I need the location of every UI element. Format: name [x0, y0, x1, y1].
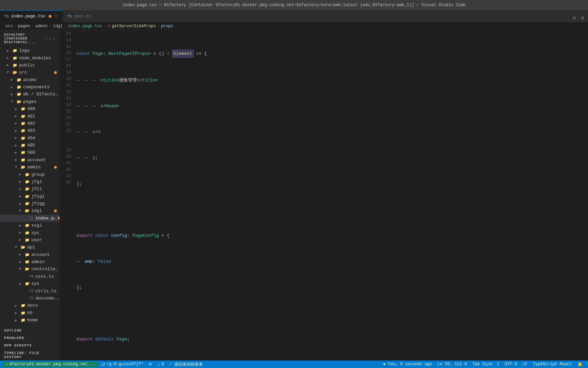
breadcrumb-src[interactable]: src [5, 24, 13, 29]
sidebar-item-jfzgl[interactable]: ▶ 📁 jfzgl [0, 193, 60, 200]
status-git-branch[interactable]: ⎇ rg-6-gxsssdfjf* [98, 362, 146, 367]
status-left: ⌁ dfactory01-docker.pkg.coding.net... ⎇ … [3, 362, 206, 367]
sidebar-item-404[interactable]: ▶ 📁 404 [0, 135, 60, 142]
sidebar-item-admin-api[interactable]: ▶ 📁 admin [0, 258, 60, 265]
errors-icon: ⚠ [158, 362, 160, 367]
status-sync[interactable]: ⟳ [146, 362, 155, 367]
sidebar-item-api[interactable]: ▼ 📂 api [0, 244, 60, 251]
sidebar-item-sys-api[interactable]: ▶ 📁 sys [0, 280, 60, 287]
tab-index-label: index.page.tsx [11, 14, 45, 19]
section-timeline[interactable]: TIMELINE: FILE HISTORY [0, 349, 60, 361]
sidebar-item-jfgl[interactable]: ▶ 📁 jfgl [0, 178, 60, 185]
folder-open-icon: 📂 [16, 99, 22, 104]
section-npm-scripts[interactable]: NPM SCRIPTS [0, 341, 60, 349]
tab-bar-right: ⊟ ⊞ [571, 14, 588, 22]
sidebar-item-db[interactable]: ▶ 📁 db / 01factory [0, 91, 60, 98]
section-outline[interactable]: OUTLINE [0, 326, 60, 334]
breadcrumb-prop[interactable]: props [161, 24, 173, 29]
arrow-down-icon: ▼ [19, 267, 24, 271]
arrow-icon: ▶ [15, 304, 20, 308]
arrow-icon: ▶ [15, 107, 20, 111]
breadcrumb-func[interactable]: getServerSideProps [112, 24, 156, 29]
cursor-pos-text: Ln 35, Col 6 [438, 362, 467, 367]
sidebar-item-controllers[interactable]: ▼ 📂 controllers [0, 265, 60, 273]
sidebar-item-sys-admin[interactable]: ▶ 📁 sys [0, 229, 60, 236]
breadcrumb-admin[interactable]: admin [35, 24, 48, 29]
arrow-icon: ▶ [19, 224, 24, 228]
sidebar-item-403[interactable]: ▶ 📁 403 [0, 127, 60, 134]
sidebar-item-home[interactable]: ▶ 📁 home [0, 317, 60, 324]
sidebar-item-ctrls-ts[interactable]: TS ctrls.ts [0, 287, 60, 294]
sidebar-item-group[interactable]: ▶ 📁 group [0, 171, 60, 178]
status-you-text: ● You, 6 seconds ago [383, 362, 432, 367]
sidebar-item-index-page[interactable]: ⬡ index.page.tsx [0, 215, 60, 222]
status-encoding[interactable]: UTF-8 [502, 362, 520, 367]
main-area: 01FACTORY [CONTAINER DFACTORY01-... ··· … [0, 30, 588, 361]
folder-icon: 📁 [24, 252, 30, 257]
section-problems[interactable]: PROBLEMS [0, 334, 60, 341]
sidebar-item-account-api[interactable]: ▶ 📁 account [0, 251, 60, 258]
sidebar-options-icon[interactable]: ··· [45, 36, 55, 42]
status-tab-size[interactable]: Tab Size: 2 [470, 362, 502, 367]
status-notifications[interactable]: 🔔 [575, 362, 585, 367]
editor[interactable]: 10 14 15 16 17 18 19 20 21 22 23 24 25 2… [60, 30, 588, 361]
split-editor-icon[interactable]: ⊟ [571, 14, 577, 22]
sidebar-item-account[interactable]: ▶ 📁 account [0, 156, 60, 164]
breadcrumb-ldgl[interactable]: ldgl [53, 24, 63, 29]
sidebar-item-atoms[interactable]: ▶ 📁 atoms [0, 76, 60, 83]
arrow-icon: ▶ [15, 311, 20, 315]
sidebar-item-500[interactable]: ▶ 📁 500 [0, 149, 60, 156]
status-you[interactable]: ● You, 6 seconds ago [380, 362, 435, 367]
sidebar: 01FACTORY [CONTAINER DFACTORY01-... ··· … [0, 30, 60, 361]
arrow-icon: ▶ [15, 143, 20, 148]
sidebar-item-402[interactable]: ▶ 📁 402 [0, 120, 60, 127]
editor-layout-icon[interactable]: ⊞ [580, 14, 585, 22]
arrow-icon: ▶ [15, 121, 20, 125]
breadcrumb-pages[interactable]: pages [18, 24, 30, 29]
code-line-21: → amp: false [77, 258, 581, 265]
sidebar-item-doccode-api-ts[interactable]: TS doccode.api.ts [0, 295, 60, 302]
sidebar-item-jfzgg[interactable]: ▶ 📁 jfzgg [0, 200, 60, 207]
tab-close-button[interactable]: × [53, 14, 59, 19]
notification-bell-icon: 🔔 [577, 362, 583, 367]
breadcrumb-file[interactable]: index.page.tsx [68, 24, 102, 29]
folder-icon: 📁 [20, 303, 26, 308]
arrow-icon: ▶ [19, 202, 24, 206]
sidebar-item-user[interactable]: ▶ 📁 user [0, 236, 60, 244]
status-language[interactable]: TypeScript React [530, 362, 575, 367]
sidebar-item-jfti[interactable]: ▶ 📁 jfti [0, 185, 60, 193]
folder-icon: 📁 [20, 113, 26, 119]
tab-index-page[interactable]: TS index.page.tsx × [0, 10, 63, 22]
sidebar-item-h5[interactable]: ▶ 📁 h5 [0, 309, 60, 317]
sidebar-item-public[interactable]: ▶ 📁 public [0, 62, 60, 69]
sidebar-item-admin[interactable]: ▼ 📂 admin [0, 164, 60, 171]
sidebar-item-ssgl[interactable]: ▶ 📁 ssgl [0, 222, 60, 229]
sidebar-item-401[interactable]: ▶ 📁 401 [0, 112, 60, 120]
sidebar-item-logs[interactable]: ▶ 📁 logs [0, 47, 60, 54]
arrow-icon: ▶ [15, 136, 20, 140]
sidebar-item-node-modules[interactable]: ▶ 📁 node_modules [0, 54, 60, 61]
status-cursor[interactable]: Ln 35, Col 6 [435, 362, 470, 367]
sidebar-item-400[interactable]: ▶ 📁 400 [0, 105, 60, 112]
status-errors[interactable]: ⚠ 0 [155, 362, 166, 367]
status-remote[interactable]: ⌁ dfactory01-docker.pkg.coding.net... [3, 362, 98, 367]
sidebar-item-pages[interactable]: ▼ 📂 pages [0, 98, 60, 105]
arrow-icon: ▶ [15, 114, 20, 118]
status-line-ending[interactable]: LF [520, 362, 530, 367]
breadcrumb: src › pages › admin › ldgl › index.page.… [0, 22, 588, 30]
sidebar-item-405[interactable]: ▶ 📁 405 [0, 142, 60, 149]
sidebar-item-ssxx-ts[interactable]: TS ssxx.ts [0, 273, 60, 280]
encoding-text: UTF-8 [505, 362, 517, 367]
sidebar-item-ldgl[interactable]: ▼ 📂 ldgl [0, 207, 60, 214]
title-bar: index.page.tsx — 01factory [Container df… [0, 0, 588, 10]
tab-ssxx[interactable]: TS ssxx.ts [63, 10, 95, 22]
sidebar-item-src[interactable]: ▼ 📂 src [0, 69, 60, 76]
status-success[interactable]: ✓ 成功添加制表者 [167, 362, 206, 367]
sidebar-header: 01FACTORY [CONTAINER DFACTORY01-... ··· [0, 30, 60, 47]
sidebar-item-docs[interactable]: ▶ 📁 docs [0, 302, 60, 309]
sidebar-item-components[interactable]: ▶ 📁 components [0, 83, 60, 91]
code-lines[interactable]: const Page: NextPage<IProps> = () : Elem… [77, 30, 588, 361]
code-area[interactable]: 10 14 15 16 17 18 19 20 21 22 23 24 25 2… [60, 30, 588, 361]
folder-icon: 📁 [20, 150, 26, 155]
folder-icon: 📁 [20, 318, 26, 323]
